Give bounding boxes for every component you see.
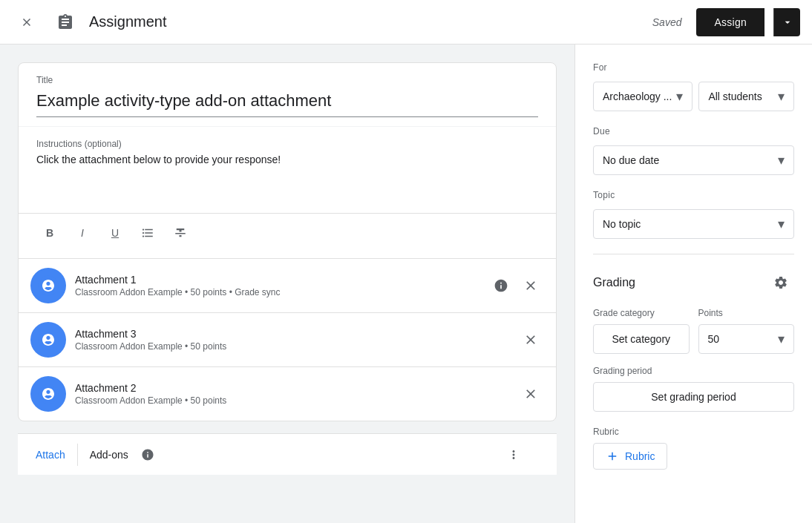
title-input[interactable] (36, 88, 538, 117)
close-button[interactable] (12, 7, 42, 37)
add-rubric-button[interactable]: Rubric (593, 443, 667, 470)
right-panel: For Archaeology ... ▾ All students ▾ Due… (574, 45, 812, 523)
grade-row: Grade category Set category Points 50 ▾ (593, 308, 794, 354)
main-layout: Title Instructions (optional) Click the … (0, 45, 812, 523)
due-label: Due (593, 126, 794, 136)
class-value: Archaeology ... (603, 91, 672, 102)
list-button[interactable] (134, 220, 161, 246)
set-grading-period-button[interactable]: Set grading period (593, 382, 794, 412)
formatting-toolbar: B I U (19, 213, 556, 258)
add-rubric-label: Rubric (625, 450, 655, 462)
title-label: Title (36, 75, 538, 85)
points-value: 50 (708, 333, 776, 345)
attachment-3-meta: Classroom Addon Example • 50 points (75, 341, 508, 352)
attachment-1-actions (488, 272, 544, 299)
attachment-2-meta: Classroom Addon Example • 50 points (75, 395, 508, 406)
addon-icon-3 (36, 328, 60, 352)
underline-button[interactable]: U (102, 220, 128, 246)
instructions-section: Instructions (optional) Click the attach… (19, 126, 556, 213)
addons-more-button[interactable] (500, 441, 527, 468)
attachment-2-name: Attachment 2 (75, 382, 508, 394)
topic-label: Topic (593, 190, 794, 200)
attachment-1-info: Attachment 1 Classroom Addon Example • 5… (75, 274, 479, 297)
assignment-icon (50, 7, 80, 37)
gear-icon (773, 275, 788, 290)
italic-button[interactable]: I (69, 220, 96, 246)
grading-period-label: Grading period (593, 366, 794, 376)
attachment-1-remove-button[interactable] (517, 272, 544, 299)
attachment-3-remove-button[interactable] (517, 326, 544, 353)
left-panel: Title Instructions (optional) Click the … (0, 45, 574, 523)
attachment-2-actions (517, 381, 544, 407)
bold-button[interactable]: B (36, 220, 63, 246)
grading-header: Grading (593, 269, 794, 296)
more-vert-icon (507, 448, 520, 461)
attachment-row: Attachment 2 Classroom Addon Example • 5… (19, 366, 556, 421)
points-label: Points (698, 308, 795, 318)
topic-value: No topic (603, 218, 773, 230)
attachment-3-info: Attachment 3 Classroom Addon Example • 5… (75, 328, 508, 352)
attachment-2-info: Attachment 2 Classroom Addon Example • 5… (75, 382, 508, 406)
close-icon (523, 332, 538, 347)
attachment-3-actions (517, 326, 544, 353)
class-dropdown[interactable]: Archaeology ... ▾ (593, 82, 693, 111)
attachment-3-icon (30, 322, 66, 358)
for-label: For (593, 62, 794, 73)
addons-label: Add-ons (90, 449, 128, 461)
title-section: Title (19, 63, 556, 117)
bottom-bar: Attach Add-ons (18, 433, 557, 475)
topic-dropdown[interactable]: No topic ▾ (593, 209, 794, 239)
addon-icon-2 (36, 382, 60, 406)
info-icon (141, 448, 154, 461)
points-col: Points 50 ▾ (698, 308, 795, 354)
points-dropdown[interactable]: 50 ▾ (698, 324, 795, 354)
topbar: Assignment Saved Assign (0, 0, 812, 45)
assign-button[interactable]: Assign (696, 8, 764, 36)
grading-title: Grading (593, 276, 635, 289)
attachment-3-name: Attachment 3 (75, 328, 508, 340)
due-dropdown-arrow: ▾ (778, 152, 785, 168)
info-icon (494, 278, 508, 293)
topic-dropdown-arrow: ▾ (778, 216, 785, 232)
due-value: No due date (603, 154, 773, 166)
instructions-textarea[interactable]: Click the attachment below to provide yo… (36, 152, 538, 199)
attachment-1-icon (30, 268, 66, 303)
chevron-down-icon (782, 16, 793, 28)
add-icon (606, 450, 619, 463)
assign-dropdown-button[interactable] (773, 8, 800, 36)
instructions-label: Instructions (optional) (36, 139, 538, 149)
attachment-1-name: Attachment 1 (75, 274, 479, 286)
divider (593, 254, 794, 254)
main-card: Title Instructions (optional) Click the … (18, 62, 557, 421)
grade-category-label: Grade category (593, 308, 690, 318)
attachment-1-info-button[interactable] (488, 272, 514, 299)
strikethrough-button[interactable] (167, 220, 194, 246)
close-icon (523, 278, 538, 293)
due-dropdown[interactable]: No due date ▾ (593, 145, 794, 175)
rubric-label: Rubric (593, 427, 794, 437)
attach-button[interactable]: Attach (36, 434, 77, 475)
set-category-button[interactable]: Set category (593, 324, 690, 354)
attachment-row: Attachment 3 Classroom Addon Example • 5… (19, 312, 556, 366)
strikethrough-icon (174, 226, 187, 240)
students-dropdown-arrow: ▾ (778, 88, 785, 105)
addon-icon-1 (36, 274, 60, 297)
for-row: Archaeology ... ▾ All students ▾ (593, 82, 794, 111)
class-dropdown-arrow: ▾ (676, 88, 683, 105)
points-dropdown-arrow: ▾ (778, 331, 785, 347)
close-icon (20, 16, 33, 29)
attachment-row: Attachment 1 Classroom Addon Example • 5… (19, 258, 556, 312)
saved-status: Saved (652, 16, 682, 28)
addons-info-button[interactable] (134, 441, 161, 468)
grade-category-col: Grade category Set category (593, 308, 690, 354)
addons-section: Add-ons (78, 441, 539, 468)
page-title: Assignment (89, 13, 644, 30)
close-icon (523, 387, 538, 401)
students-dropdown[interactable]: All students ▾ (698, 82, 794, 111)
attachment-2-icon (30, 376, 66, 412)
students-value: All students (708, 91, 773, 102)
grading-settings-button[interactable] (767, 269, 794, 296)
attachment-1-meta: Classroom Addon Example • 50 points • Gr… (75, 287, 479, 297)
list-icon (141, 226, 154, 240)
attachment-2-remove-button[interactable] (517, 381, 544, 407)
